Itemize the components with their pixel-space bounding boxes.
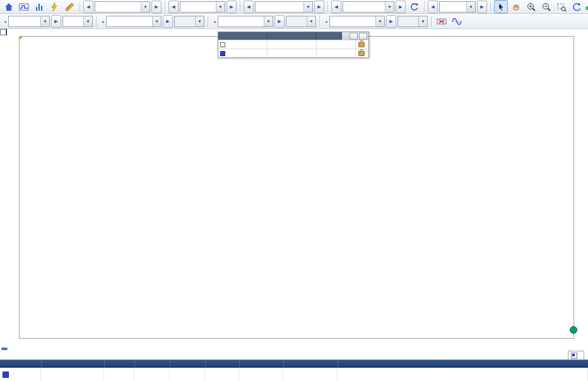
main-toolbar: ◀ ▾ ▶ ◀ ▾ ▶ ◀ ▾ ▶ ◀ ▾ ▶ ◀: [0, 0, 588, 14]
time-cursor-2-handle[interactable]: [0, 29, 6, 35]
channel-d-expand-button[interactable]: ▶: [386, 15, 396, 28]
column-header-channel[interactable]: [0, 360, 41, 368]
chevron-down-icon: ▾: [418, 16, 427, 26]
trigger-marker-diamond[interactable]: [19, 36, 21, 38]
scope-canvas[interactable]: [19, 36, 574, 339]
timebase-prev-button[interactable]: ◀: [83, 1, 93, 13]
samples-prev-button[interactable]: ◀: [168, 1, 179, 13]
column-header-name[interactable]: [41, 360, 104, 368]
zoom-in-tool-icon[interactable]: [524, 0, 538, 13]
measurement-capture-count: [283, 368, 338, 381]
resolution-select[interactable]: ▾: [255, 1, 313, 13]
minimize-icon[interactable]: [350, 33, 358, 40]
channel-d-range-select[interactable]: ▾: [329, 16, 385, 27]
column-header-span[interactable]: [338, 360, 588, 368]
timebase-select[interactable]: ▾: [95, 1, 150, 13]
cursor-2-column-header: [268, 32, 317, 40]
spectrum-mode-icon[interactable]: [32, 0, 46, 13]
channel-c-coupling-select: ▾: [286, 16, 316, 27]
measurement-max: [170, 368, 205, 381]
measurement-average: [205, 368, 239, 381]
chevron-down-icon: ▾: [216, 2, 225, 12]
zoom-prev-button[interactable]: ◀: [428, 1, 438, 13]
measurements-table-header: [0, 360, 588, 368]
zoom-next-button[interactable]: ▶: [477, 1, 487, 13]
chevron-down-icon: ▾: [141, 2, 150, 12]
cursor-box-header[interactable]: [218, 32, 368, 40]
samples-next-button[interactable]: ▶: [226, 1, 237, 13]
column-header-capture-count[interactable]: [283, 360, 338, 368]
ruler-measure-icon[interactable]: [62, 0, 76, 13]
cursor-2-marker-icon: [220, 51, 225, 56]
resolution-next-button[interactable]: ▶: [314, 1, 324, 13]
channel-b-range-select[interactable]: ▾: [106, 16, 162, 27]
channel-a-label[interactable]: ▾: [4, 17, 6, 26]
signal-generator-icon[interactable]: [450, 15, 464, 28]
scope-display: [0, 29, 588, 360]
column-header-min[interactable]: [134, 360, 170, 368]
undo-zoom-tool-icon[interactable]: [570, 0, 584, 13]
channel-c-expand-button[interactable]: ▶: [274, 15, 285, 28]
marquee-zoom-tool-icon[interactable]: [555, 0, 568, 13]
pointer-tool-icon[interactable]: [494, 0, 508, 13]
picoscope-window: ◀ ▾ ▶ ◀ ▾ ▶ ◀ ▾ ▶ ◀ ▾ ▶ ◀: [0, 0, 588, 381]
measurement-name: [41, 368, 104, 381]
channels-toolbar: ▾ ▾ ▶ ▾ ▾ ▾ ▶ ▾ ▾ ▾ ▶ ▾: [0, 14, 588, 29]
channel-b-label[interactable]: ▾: [102, 17, 104, 26]
samples-select[interactable]: ▾: [180, 1, 225, 13]
delta-column-header: [317, 32, 342, 40]
chevron-down-icon: ▾: [385, 2, 394, 12]
chevron-down-icon: ▾: [307, 16, 315, 26]
zoom-out-tool-icon[interactable]: [539, 0, 553, 13]
home-icon[interactable]: [2, 0, 16, 13]
zoom-factor-badge[interactable]: [1, 348, 8, 350]
channel-d-coupling-select: ▾: [397, 16, 428, 27]
cursor-1-marker-icon: [220, 42, 225, 47]
channel-c-label[interactable]: ▾: [214, 17, 216, 26]
column-header-value[interactable]: [104, 360, 134, 368]
column-header-average[interactable]: [205, 360, 239, 368]
measurement-value: [104, 368, 134, 381]
scope-mode-icon[interactable]: [17, 0, 31, 13]
column-header-max[interactable]: [170, 360, 205, 368]
timebase-next-button[interactable]: ▶: [151, 1, 162, 13]
cursor-measurement-box[interactable]: [218, 32, 369, 58]
measurement-span: [338, 368, 588, 381]
zoom-select[interactable]: ▾: [439, 1, 476, 13]
plot-border: [20, 37, 574, 339]
lock-icon[interactable]: [358, 51, 365, 56]
column-header-sigma[interactable]: [239, 360, 283, 368]
lock-icon[interactable]: [358, 42, 365, 47]
resolution-prev-button[interactable]: ◀: [244, 1, 254, 13]
channel-a-legend-icon: [571, 353, 577, 359]
measurement-min: [134, 368, 170, 381]
probe-wizard-icon[interactable]: [47, 0, 61, 13]
channel-b-coupling-select: ▾: [174, 16, 204, 27]
channel-c-range-select[interactable]: ▾: [218, 16, 273, 27]
chevron-down-icon: ▾: [195, 16, 204, 26]
channel-b-expand-button[interactable]: ▶: [163, 15, 173, 28]
channel-a-range-select[interactable]: ▾: [8, 16, 50, 27]
pico-technology-logo: [585, 4, 588, 9]
buffer-next-button[interactable]: ▶: [396, 1, 406, 13]
status-dot-icon: [570, 326, 577, 334]
hand-pan-tool-icon[interactable]: [509, 0, 523, 13]
buffer-prev-button[interactable]: ◀: [331, 1, 341, 13]
chevron-down-icon: ▾: [375, 16, 384, 26]
digital-inputs-icon[interactable]: [435, 15, 449, 28]
close-icon[interactable]: [359, 33, 367, 40]
chevron-down-icon: ▾: [264, 16, 273, 26]
buffer-navigator-icon[interactable]: [407, 0, 421, 13]
chevron-down-icon: ▾: [40, 16, 49, 26]
buffer-select[interactable]: ▾: [343, 1, 394, 13]
cursor-1-column-header: [218, 32, 268, 40]
measurement-row[interactable]: [0, 368, 588, 381]
chevron-down-icon: ▾: [152, 16, 161, 26]
channel-a-expand-button[interactable]: ▶: [51, 15, 61, 28]
chevron-down-icon: ▾: [83, 16, 92, 26]
channel-d-label[interactable]: ▾: [326, 17, 327, 26]
cursor-time-row: [218, 40, 368, 49]
channel-a-coupling-select[interactable]: ▾: [62, 16, 93, 27]
chevron-down-icon: ▾: [303, 2, 312, 12]
logo-green-dot-icon: [585, 6, 588, 10]
